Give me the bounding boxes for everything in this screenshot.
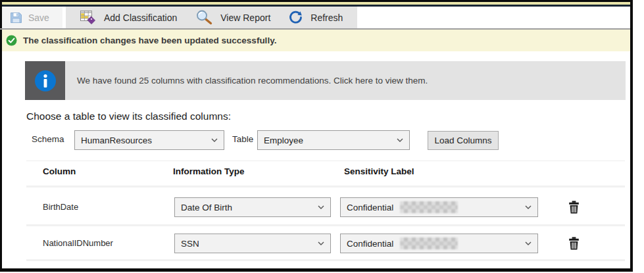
status-bar: The classification changes have been upd… — [2, 30, 630, 51]
information-type-select-row2[interactable]: SSN — [174, 234, 331, 253]
sensitivity-label-select-row2[interactable]: Confidential — [340, 234, 538, 253]
view-report-label: View Report — [220, 12, 270, 23]
status-message: The classification changes have been upd… — [23, 36, 276, 45]
save-label: Save — [28, 12, 49, 23]
grid-top-line — [26, 161, 625, 161]
refresh-arrow-icon — [289, 11, 303, 24]
toolbar-main-group: Add Classification View Report — [66, 7, 357, 28]
picker-heading: Choose a table to view its classified co… — [26, 111, 231, 122]
column-name-cell: NationalIDNumber — [43, 238, 113, 248]
view-report-button[interactable]: View Report — [186, 7, 280, 28]
chevron-down-icon — [397, 138, 403, 142]
row-divider — [26, 186, 625, 187]
information-type-value: Date Of Birth — [181, 203, 314, 212]
add-classification-button[interactable]: Add Classification — [71, 7, 186, 28]
row-divider — [26, 224, 625, 226]
table-select[interactable]: Employee — [257, 130, 410, 150]
redacted-blur-patch — [400, 237, 458, 249]
schema-select[interactable]: HumanResources — [74, 130, 224, 150]
sensitivity-label-select-row1[interactable]: Confidential — [340, 197, 538, 217]
delete-classification-button-row1[interactable] — [566, 199, 582, 216]
chevron-down-icon — [211, 138, 218, 142]
column-header-sensitivity-label: Sensitivity Label — [344, 166, 414, 176]
sensitivity-label-value: Confidential — [347, 239, 393, 249]
data-classification-window: Save — [0, 0, 644, 273]
chevron-down-icon — [525, 205, 532, 209]
column-name-cell: BirthDate — [43, 202, 78, 212]
table-selected-value: Employee — [264, 136, 393, 145]
magnifier-icon — [195, 10, 212, 25]
recommendations-banner[interactable]: We have found 25 columns with classifica… — [65, 61, 626, 100]
table-classification-icon — [80, 11, 96, 24]
save-button[interactable]: Save — [2, 7, 62, 28]
column-header-information-type: Information Type — [173, 166, 245, 176]
redacted-blur-patch — [400, 201, 458, 213]
table-label: Table — [232, 134, 253, 144]
chevron-down-icon — [318, 205, 324, 209]
delete-classification-button-row2[interactable] — [566, 235, 582, 252]
chevron-down-icon — [318, 241, 324, 245]
refresh-button[interactable]: Refresh — [280, 7, 352, 28]
floppy-disk-icon — [10, 12, 22, 24]
info-circle-icon — [34, 70, 57, 92]
information-type-select-row1[interactable]: Date Of Birth — [174, 197, 331, 217]
load-columns-button[interactable]: Load Columns — [428, 131, 499, 150]
trash-icon — [568, 201, 580, 214]
row-divider — [26, 259, 625, 261]
chevron-down-icon — [525, 241, 532, 245]
frame-bottom-border — [0, 268, 633, 272]
schema-selected-value: HumanResources — [81, 136, 207, 145]
trash-icon — [568, 237, 580, 250]
schema-label: Schema — [32, 134, 64, 144]
add-classification-label: Add Classification — [104, 12, 177, 23]
sensitivity-label-value: Confidential — [347, 203, 393, 212]
recommendations-message[interactable]: We have found 25 columns with classifica… — [77, 76, 428, 86]
info-icon-tile — [25, 61, 65, 100]
refresh-label: Refresh — [310, 12, 343, 23]
information-type-value: SSN — [181, 239, 314, 249]
green-check-icon — [6, 35, 17, 46]
frame-right-border — [630, 0, 633, 272]
column-header-column: Column — [43, 166, 76, 176]
toolbar: Save — [2, 7, 630, 28]
